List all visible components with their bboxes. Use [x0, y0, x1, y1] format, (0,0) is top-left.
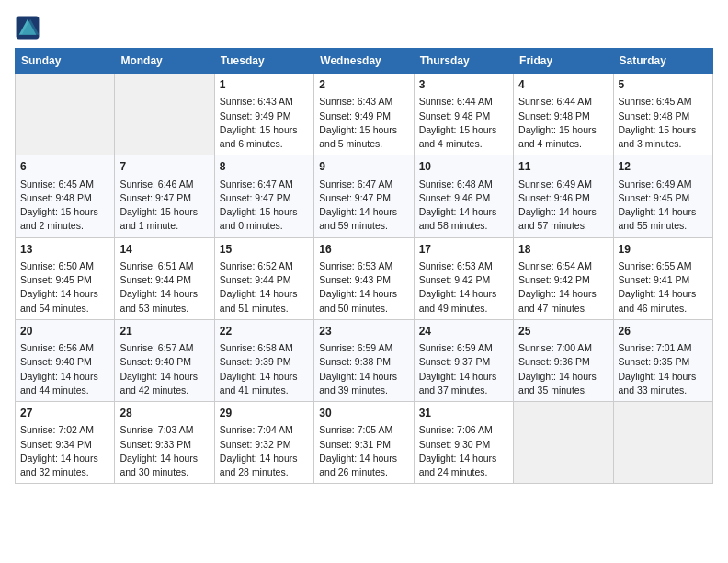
day-number: 24: [419, 324, 508, 339]
calendar-cell: 27Sunrise: 7:02 AMSunset: 9:34 PMDayligh…: [16, 402, 115, 484]
calendar-header: SundayMondayTuesdayWednesdayThursdayFrid…: [16, 49, 713, 74]
day-number: 19: [619, 242, 708, 258]
calendar-week-row: 6Sunrise: 6:45 AMSunset: 9:48 PMDaylight…: [16, 155, 713, 237]
day-number: 20: [20, 324, 109, 339]
column-header-thursday: Thursday: [414, 49, 513, 74]
calendar-table: SundayMondayTuesdayWednesdayThursdayFrid…: [15, 48, 713, 484]
column-header-monday: Monday: [115, 49, 214, 74]
column-header-saturday: Saturday: [613, 49, 712, 74]
day-number: 13: [20, 242, 109, 258]
day-number: 11: [518, 159, 608, 175]
calendar-cell: 22Sunrise: 6:58 AMSunset: 9:39 PMDayligh…: [214, 319, 313, 401]
calendar-week-row: 20Sunrise: 6:56 AMSunset: 9:40 PMDayligh…: [16, 319, 713, 401]
calendar-cell: 8Sunrise: 6:47 AMSunset: 9:47 PMDaylight…: [214, 155, 313, 237]
calendar-cell: 12Sunrise: 6:49 AMSunset: 9:45 PMDayligh…: [613, 155, 712, 237]
day-number: 8: [220, 159, 309, 175]
calendar-cell: 9Sunrise: 6:47 AMSunset: 9:47 PMDaylight…: [314, 155, 414, 237]
calendar-cell: 28Sunrise: 7:03 AMSunset: 9:33 PMDayligh…: [115, 402, 214, 484]
logo: [15, 15, 44, 40]
day-number: 26: [619, 324, 708, 339]
day-number: 23: [319, 324, 408, 339]
calendar-cell: 21Sunrise: 6:57 AMSunset: 9:40 PMDayligh…: [115, 319, 214, 401]
day-number: 7: [119, 159, 209, 175]
day-number: 31: [419, 406, 508, 421]
calendar-cell: 31Sunrise: 7:06 AMSunset: 9:30 PMDayligh…: [414, 402, 513, 484]
calendar-cell: 25Sunrise: 7:00 AMSunset: 9:36 PMDayligh…: [514, 319, 613, 401]
calendar-cell: [613, 402, 712, 484]
day-number: 10: [419, 159, 508, 175]
column-header-sunday: Sunday: [16, 49, 115, 74]
day-number: 25: [518, 324, 608, 339]
calendar-cell: 14Sunrise: 6:51 AMSunset: 9:44 PMDayligh…: [115, 237, 214, 319]
calendar-cell: 7Sunrise: 6:46 AMSunset: 9:47 PMDaylight…: [115, 155, 214, 237]
column-header-wednesday: Wednesday: [314, 49, 414, 74]
days-header-row: SundayMondayTuesdayWednesdayThursdayFrid…: [16, 49, 713, 74]
calendar-cell: 16Sunrise: 6:53 AMSunset: 9:43 PMDayligh…: [314, 237, 414, 319]
day-number: 1: [220, 77, 309, 93]
day-number: 17: [419, 242, 508, 258]
column-header-friday: Friday: [514, 49, 613, 74]
calendar-week-row: 1Sunrise: 6:43 AMSunset: 9:49 PMDaylight…: [16, 74, 713, 155]
logo-icon: [15, 15, 40, 40]
calendar-cell: 1Sunrise: 6:43 AMSunset: 9:49 PMDaylight…: [214, 74, 313, 155]
day-number: 3: [419, 77, 508, 93]
day-number: 9: [319, 159, 408, 175]
calendar-cell: 17Sunrise: 6:53 AMSunset: 9:42 PMDayligh…: [414, 237, 513, 319]
day-number: 2: [319, 77, 408, 93]
calendar-cell: 20Sunrise: 6:56 AMSunset: 9:40 PMDayligh…: [16, 319, 115, 401]
calendar-cell: 3Sunrise: 6:44 AMSunset: 9:48 PMDaylight…: [414, 74, 513, 155]
calendar-cell: 2Sunrise: 6:43 AMSunset: 9:49 PMDaylight…: [314, 74, 414, 155]
calendar-cell: 13Sunrise: 6:50 AMSunset: 9:45 PMDayligh…: [16, 237, 115, 319]
day-number: 30: [319, 406, 408, 421]
calendar-cell: 15Sunrise: 6:52 AMSunset: 9:44 PMDayligh…: [214, 237, 313, 319]
day-number: 5: [619, 77, 708, 93]
day-number: 28: [119, 406, 209, 421]
calendar-cell: 18Sunrise: 6:54 AMSunset: 9:42 PMDayligh…: [514, 237, 613, 319]
calendar-cell: 29Sunrise: 7:04 AMSunset: 9:32 PMDayligh…: [214, 402, 313, 484]
day-number: 21: [119, 324, 209, 339]
calendar-cell: 4Sunrise: 6:44 AMSunset: 9:48 PMDaylight…: [514, 74, 613, 155]
day-number: 4: [518, 77, 608, 93]
calendar-week-row: 27Sunrise: 7:02 AMSunset: 9:34 PMDayligh…: [16, 402, 713, 484]
calendar-cell: 30Sunrise: 7:05 AMSunset: 9:31 PMDayligh…: [314, 402, 414, 484]
calendar-cell: [16, 74, 115, 155]
day-number: 29: [220, 406, 309, 421]
calendar-cell: 26Sunrise: 7:01 AMSunset: 9:35 PMDayligh…: [613, 319, 712, 401]
column-header-tuesday: Tuesday: [214, 49, 313, 74]
day-number: 22: [220, 324, 309, 339]
calendar-cell: 19Sunrise: 6:55 AMSunset: 9:41 PMDayligh…: [613, 237, 712, 319]
calendar-cell: 5Sunrise: 6:45 AMSunset: 9:48 PMDaylight…: [613, 74, 712, 155]
calendar-cell: 23Sunrise: 6:59 AMSunset: 9:38 PMDayligh…: [314, 319, 414, 401]
day-number: 14: [119, 242, 209, 258]
page-header: [15, 15, 713, 40]
calendar-cell: 24Sunrise: 6:59 AMSunset: 9:37 PMDayligh…: [414, 319, 513, 401]
calendar-cell: 10Sunrise: 6:48 AMSunset: 9:46 PMDayligh…: [414, 155, 513, 237]
day-number: 18: [518, 242, 608, 258]
day-number: 27: [20, 406, 109, 421]
calendar-cell: [514, 402, 613, 484]
day-number: 16: [319, 242, 408, 258]
calendar-body: 1Sunrise: 6:43 AMSunset: 9:49 PMDaylight…: [16, 74, 713, 484]
day-number: 6: [20, 159, 109, 175]
calendar-cell: 6Sunrise: 6:45 AMSunset: 9:48 PMDaylight…: [16, 155, 115, 237]
calendar-week-row: 13Sunrise: 6:50 AMSunset: 9:45 PMDayligh…: [16, 237, 713, 319]
calendar-cell: 11Sunrise: 6:49 AMSunset: 9:46 PMDayligh…: [514, 155, 613, 237]
day-number: 15: [220, 242, 309, 258]
day-number: 12: [619, 159, 708, 175]
calendar-cell: [115, 74, 214, 155]
